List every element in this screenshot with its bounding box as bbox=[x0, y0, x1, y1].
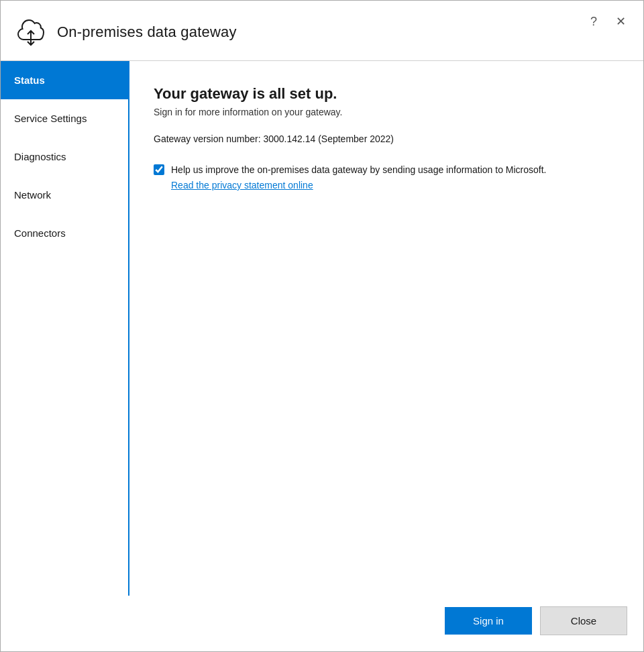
window-close-button[interactable]: ✕ bbox=[612, 14, 630, 29]
help-button[interactable]: ? bbox=[586, 14, 601, 29]
title-bar-left: On-premises data gateway bbox=[14, 17, 586, 47]
privacy-link[interactable]: Read the privacy statement online bbox=[171, 180, 616, 191]
content-area: Status Service Settings Diagnostics Netw… bbox=[1, 61, 643, 596]
close-button[interactable]: Close bbox=[540, 606, 627, 635]
usage-checkbox[interactable] bbox=[154, 164, 164, 175]
gateway-version: Gateway version number: 3000.142.14 (Sep… bbox=[154, 133, 616, 144]
sidebar-item-service-settings[interactable]: Service Settings bbox=[1, 99, 128, 138]
main-panel: Your gateway is all set up. Sign in for … bbox=[129, 61, 643, 596]
footer: Sign in Close bbox=[1, 596, 643, 651]
title-bar: On-premises data gateway ? ✕ bbox=[1, 1, 643, 61]
gateway-heading: Your gateway is all set up. bbox=[154, 85, 616, 103]
usage-checkbox-label: Help us improve the on-premises data gat… bbox=[171, 163, 547, 177]
usage-checkbox-container: Help us improve the on-premises data gat… bbox=[154, 163, 616, 177]
sidebar: Status Service Settings Diagnostics Netw… bbox=[1, 61, 129, 596]
sidebar-item-status[interactable]: Status bbox=[1, 61, 128, 99]
sidebar-item-connectors[interactable]: Connectors bbox=[1, 214, 128, 252]
title-bar-controls: ? ✕ bbox=[586, 13, 630, 29]
sidebar-item-network[interactable]: Network bbox=[1, 176, 128, 214]
app-title: On-premises data gateway bbox=[57, 23, 237, 41]
sign-in-button[interactable]: Sign in bbox=[445, 607, 532, 635]
cloud-gateway-icon bbox=[14, 17, 48, 47]
main-window: On-premises data gateway ? ✕ Status Serv… bbox=[0, 0, 644, 652]
gateway-subheading: Sign in for more information on your gat… bbox=[154, 107, 616, 117]
sidebar-item-diagnostics[interactable]: Diagnostics bbox=[1, 138, 128, 176]
